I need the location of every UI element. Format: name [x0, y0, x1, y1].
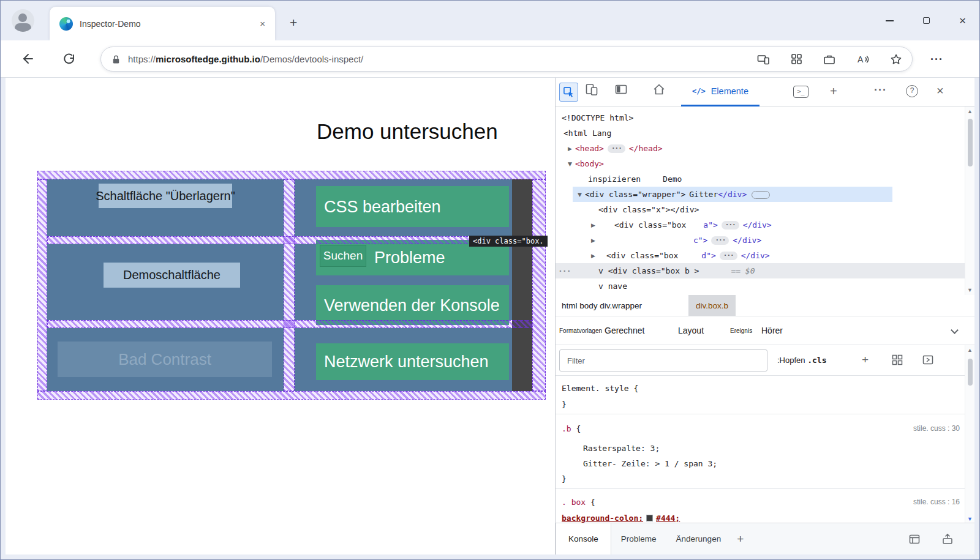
grid-badge-label[interactable]: Gitter — [689, 190, 718, 199]
tab-event-listeners[interactable]: Ereignis — [730, 316, 752, 345]
css-property-grid-row[interactable]: Gitter- Zeile: > 1 / span 3; — [583, 456, 965, 471]
collapsed-dots-badge[interactable]: ··· — [608, 144, 625, 153]
customize-devtools-icon[interactable]: ··· — [874, 84, 887, 97]
dock-side-icon[interactable] — [614, 83, 628, 96]
drawer-tab-console[interactable]: Konsole — [556, 523, 611, 554]
new-style-rule-icon[interactable]: + — [862, 353, 869, 367]
tab-event-listeners-label[interactable]: Hörer — [761, 316, 783, 345]
tab-styles[interactable]: Formatvorlagen — [559, 316, 602, 345]
bad-contrast-button[interactable]: Bad Contrast — [58, 342, 272, 377]
computed-panel-icon[interactable] — [891, 354, 903, 366]
drawer-tab-issues[interactable]: Probleme — [611, 523, 666, 554]
styles-filter-bar: :Hopfen .cls + — [556, 345, 974, 376]
scroll-up-icon[interactable]: ▲ — [965, 108, 974, 114]
dom-row-text[interactable]: inspizierenDemo — [588, 171, 682, 187]
demo-button[interactable]: Demoschaltfläche — [104, 263, 240, 288]
dom-row-html[interactable]: <html Lang — [564, 125, 611, 141]
collapsed-dots-badge[interactable]: ··· — [722, 221, 739, 230]
expand-arrow-icon[interactable]: ▶ — [568, 141, 572, 157]
scrollbar-thumb[interactable] — [968, 359, 973, 386]
tab-computed[interactable]: Gerechnet — [605, 316, 644, 345]
filter-input[interactable] — [559, 349, 767, 371]
html-open-text: <html Lang — [564, 129, 611, 138]
stylesheet-source-link[interactable]: stile. cuss : 16 — [913, 495, 960, 510]
stylesheet-source-link[interactable]: stile. cuss : 30 — [913, 421, 960, 436]
inspect-element-icon[interactable] — [559, 83, 578, 102]
dom-row-wrapper[interactable]: ▼<div class="wrapper">Gitter</div> — [573, 187, 892, 202]
expand-arrow-icon[interactable]: ▶ — [591, 233, 595, 248]
dom-row-box-a[interactable]: ▶<div class="boxa">···</div> — [591, 217, 772, 233]
refresh-icon[interactable] — [62, 51, 77, 66]
drawer-dock-icon[interactable] — [908, 533, 921, 545]
settings-more-icon[interactable]: ··· — [930, 53, 943, 66]
tab-title: Inspector-Demo — [80, 19, 253, 29]
scroll-down-icon[interactable]: ▼ — [965, 287, 974, 293]
search-input[interactable]: Suchen — [320, 245, 366, 267]
dom-row-box-d[interactable]: ▶<div class="boxd">···</div> — [591, 248, 770, 263]
collapse-arrow-icon[interactable]: ▼ — [578, 187, 582, 203]
dom-row-body[interactable]: ▼<body> — [568, 156, 604, 171]
minimize-button[interactable] — [886, 20, 894, 21]
dom-row-head[interactable]: ▶<head>···</head> — [568, 141, 663, 156]
home-icon[interactable] — [652, 83, 666, 96]
drawer-more-tabs-icon[interactable]: + — [737, 532, 744, 546]
browser-tab[interactable]: Inspector-Demo × — [50, 7, 275, 40]
drawer-tab-changes[interactable]: Änderungen — [666, 523, 731, 554]
collapsed-dots-badge[interactable]: ··· — [711, 236, 729, 245]
styles-scrollbar[interactable]: ▲ ▼ — [965, 345, 974, 524]
devtools-close-icon[interactable]: × — [937, 84, 944, 98]
split-screen-icon[interactable] — [757, 53, 770, 65]
rule-b-selector[interactable]: .b {stile. cuss : 30 — [562, 421, 965, 436]
dom-row-nav[interactable]: v nave — [598, 278, 627, 294]
chevron-down-icon[interactable] — [951, 326, 959, 334]
dom-row-selected-box-b[interactable]: ···v <div class="box b >== $0 — [556, 263, 965, 278]
breadcrumb-path[interactable]: html body div.wrapper — [556, 295, 642, 316]
help-icon[interactable]: ? — [906, 85, 918, 97]
rule-box-selector[interactable]: . box {stile. cuss : 16 — [562, 495, 965, 510]
workspaces-briefcase-icon[interactable] — [823, 53, 835, 65]
dom-scrollbar[interactable]: ▲ ▼ — [965, 106, 974, 295]
read-aloud-icon[interactable]: A — [856, 53, 869, 65]
collapsed-dots-badge[interactable]: ··· — [720, 252, 737, 260]
css-property-grid-column[interactable]: Rasterspalte: 3; — [583, 441, 965, 456]
tab-layout[interactable]: Layout — [678, 316, 704, 345]
window-close-button[interactable]: × — [959, 15, 966, 26]
dom-row-box-c[interactable]: ▶c">···</div> — [591, 233, 761, 248]
maximize-button[interactable] — [923, 17, 930, 24]
favorites-star-icon[interactable] — [890, 53, 902, 65]
url-path: /Demos/devtools-inspect/ — [260, 54, 363, 64]
expand-arrow-icon[interactable]: ▶ — [591, 248, 595, 264]
breadcrumb-selected[interactable]: div.box.b — [688, 295, 736, 316]
tab-elements[interactable]: </> Elemente — [681, 78, 760, 106]
lock-icon[interactable] — [111, 54, 121, 65]
address-bar[interactable]: https://microsoftedge.github.io/Demos/de… — [100, 47, 913, 72]
tab-close-icon[interactable]: × — [260, 18, 265, 29]
scrollbar-thumb[interactable] — [968, 119, 973, 166]
color-swatch[interactable] — [646, 515, 653, 521]
dom-row-x-div[interactable]: <div class="x"></div> — [598, 202, 699, 217]
console-drawer-icon[interactable]: >_ — [793, 86, 809, 98]
overlay-button[interactable]: Schaltfläche "Überlagern" — [99, 184, 232, 208]
more-tabs-icon[interactable]: + — [830, 84, 837, 99]
collapse-arrow-icon[interactable]: ▼ — [568, 157, 572, 172]
scroll-down-icon[interactable]: ▼ — [965, 516, 974, 522]
drawer-expand-icon[interactable] — [941, 533, 954, 545]
expand-arrow-icon[interactable]: ▶ — [591, 218, 595, 233]
apps-grid-icon[interactable] — [791, 53, 802, 65]
grid-badge-pill[interactable] — [752, 191, 770, 199]
rule-divider — [556, 488, 965, 489]
profile-avatar[interactable] — [12, 9, 34, 32]
row-menu-icon[interactable]: ··· — [558, 263, 570, 278]
css-property-background-color[interactable]: background-colon:#444; — [562, 510, 965, 524]
device-emulation-icon[interactable] — [585, 83, 598, 96]
new-tab-button[interactable]: + — [290, 15, 297, 30]
scroll-up-icon[interactable]: ▲ — [965, 347, 974, 353]
back-icon[interactable] — [20, 51, 35, 66]
element-style-rule[interactable]: Element. style { — [562, 381, 965, 396]
hov-cls-toggles[interactable]: :Hopfen .cls — [777, 345, 826, 376]
open-panel-icon[interactable] — [922, 354, 934, 366]
console-box: Verwenden der Konsole — [316, 285, 509, 325]
dom-row-doctype[interactable]: <!DOCTYPE html> — [562, 110, 633, 125]
dom-tree: <!DOCTYPE html> <html Lang ▶<head>···</h… — [556, 106, 965, 295]
grid-overlay-border — [37, 391, 546, 400]
